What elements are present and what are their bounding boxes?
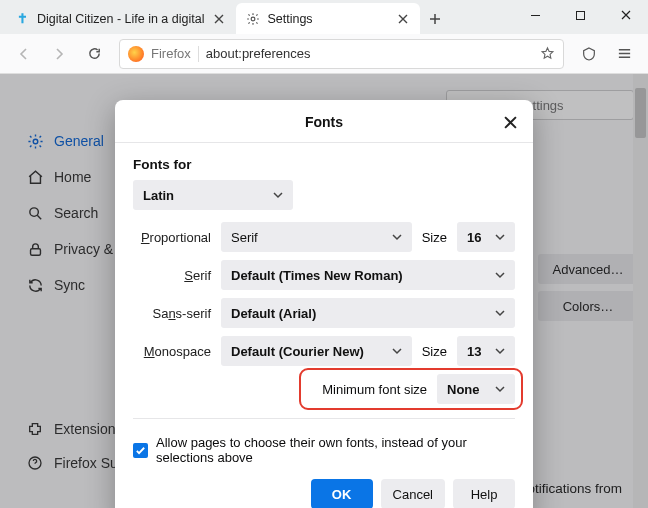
help-button[interactable]: Help (453, 479, 515, 508)
size-label: Size (422, 344, 447, 359)
allow-pages-label: Allow pages to choose their own fonts, i… (156, 435, 515, 465)
serif-select[interactable]: Default (Times New Roman) (221, 260, 515, 290)
tab-label: Settings (267, 12, 388, 26)
tab-settings[interactable]: Settings (236, 3, 420, 34)
serif-label: Serif (133, 268, 211, 283)
forward-button[interactable] (43, 38, 75, 70)
proportional-label: Proportional (133, 230, 211, 245)
chevron-down-icon (495, 346, 505, 356)
firefox-icon (128, 46, 144, 62)
size-label: Size (422, 230, 447, 245)
toolbar: Firefox about:preferences (0, 34, 648, 74)
allow-pages-checkbox[interactable] (133, 443, 148, 458)
script-select[interactable]: Latin (133, 180, 293, 210)
identity-label: Firefox (151, 46, 191, 61)
back-button[interactable] (8, 38, 40, 70)
proportional-select[interactable]: Serif (221, 222, 412, 252)
chevron-down-icon (495, 384, 505, 394)
mono-size-select[interactable]: 13 (457, 336, 515, 366)
ok-button[interactable]: OK (311, 479, 373, 508)
chevron-down-icon (495, 232, 505, 242)
sans-label: Sans-serif (133, 306, 211, 321)
min-font-select[interactable]: None (437, 374, 515, 404)
close-icon[interactable] (395, 11, 411, 27)
new-tab-button[interactable] (420, 4, 450, 34)
fonts-dialog: Fonts Fonts for Latin Proportional Serif… (115, 100, 533, 508)
chevron-down-icon (392, 232, 402, 242)
chevron-down-icon (273, 190, 283, 200)
chevron-down-icon (495, 308, 505, 318)
pocket-button[interactable] (573, 38, 605, 70)
tab-digital-citizen[interactable]: ✝ Digital Citizen - Life in a digital (6, 3, 236, 34)
gear-icon (245, 11, 260, 26)
cancel-button[interactable]: Cancel (381, 479, 445, 508)
window-maximize-button[interactable] (558, 0, 603, 30)
min-font-label: Minimum font size (322, 382, 427, 397)
url-text: about:preferences (206, 46, 311, 61)
mono-select[interactable]: Default (Courier New) (221, 336, 412, 366)
sans-select[interactable]: Default (Arial) (221, 298, 515, 328)
close-icon[interactable] (211, 11, 227, 27)
chevron-down-icon (392, 346, 402, 356)
tab-label: Digital Citizen - Life in a digital (37, 12, 204, 26)
titlebar: ✝ Digital Citizen - Life in a digital Se… (0, 0, 648, 34)
fonts-for-label: Fonts for (133, 157, 515, 172)
menu-button[interactable] (608, 38, 640, 70)
reload-button[interactable] (78, 38, 110, 70)
mono-label: Monospace (133, 344, 211, 359)
proportional-size-select[interactable]: 16 (457, 222, 515, 252)
svg-rect-1 (577, 11, 585, 19)
window-minimize-button[interactable] (513, 0, 558, 30)
cross-icon: ✝ (15, 11, 30, 26)
dialog-title: Fonts (305, 114, 343, 130)
url-bar[interactable]: Firefox about:preferences (119, 39, 564, 69)
close-icon[interactable] (501, 113, 519, 131)
window-close-button[interactable] (603, 0, 648, 30)
svg-point-0 (251, 17, 255, 21)
chevron-down-icon (495, 270, 505, 280)
bookmark-icon[interactable] (540, 46, 555, 61)
